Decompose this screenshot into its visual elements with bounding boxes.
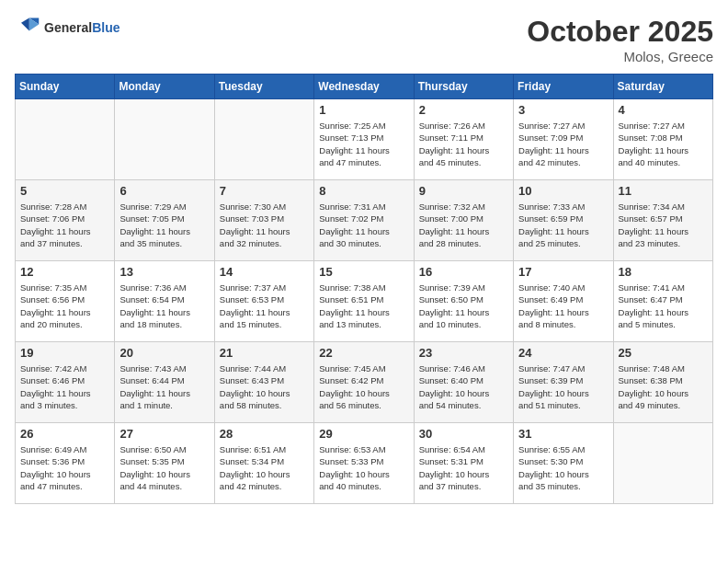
weekday-header-saturday: Saturday: [613, 75, 712, 99]
calendar-cell: 15Sunrise: 7:38 AM Sunset: 6:51 PM Dayli…: [314, 261, 414, 342]
day-number: 17: [518, 265, 608, 279]
day-number: 3: [518, 103, 608, 117]
day-info: Sunrise: 7:26 AM Sunset: 7:11 PM Dayligh…: [419, 120, 508, 168]
day-info: Sunrise: 7:46 AM Sunset: 6:40 PM Dayligh…: [419, 362, 508, 411]
day-info: Sunrise: 6:50 AM Sunset: 5:35 PM Dayligh…: [119, 443, 209, 492]
day-number: 9: [419, 184, 508, 198]
calendar-cell: 14Sunrise: 7:37 AM Sunset: 6:53 PM Dayli…: [214, 261, 313, 342]
day-number: 5: [20, 184, 109, 198]
day-number: 10: [518, 184, 608, 198]
day-info: Sunrise: 7:38 AM Sunset: 6:51 PM Dayligh…: [319, 282, 408, 330]
day-info: Sunrise: 6:49 AM Sunset: 5:36 PM Dayligh…: [20, 443, 109, 492]
day-info: Sunrise: 7:27 AM Sunset: 7:09 PM Dayligh…: [518, 120, 608, 168]
day-number: 6: [119, 184, 209, 198]
day-info: Sunrise: 6:55 AM Sunset: 5:30 PM Dayligh…: [518, 443, 608, 492]
calendar-cell: 27Sunrise: 6:50 AM Sunset: 5:35 PM Dayli…: [115, 423, 214, 504]
calendar-cell: 11Sunrise: 7:34 AM Sunset: 6:57 PM Dayli…: [613, 180, 712, 261]
calendar-table: SundayMondayTuesdayWednesdayThursdayFrid…: [15, 74, 713, 504]
day-info: Sunrise: 7:45 AM Sunset: 6:42 PM Dayligh…: [319, 362, 408, 411]
day-number: 31: [518, 427, 608, 441]
title-block: October 2025 Molos, Greece: [527, 15, 713, 64]
logo: GeneralBlue: [15, 15, 119, 40]
calendar-cell: 9Sunrise: 7:32 AM Sunset: 7:00 PM Daylig…: [414, 180, 513, 261]
weekday-header-monday: Monday: [115, 75, 214, 99]
day-info: Sunrise: 7:35 AM Sunset: 6:56 PM Dayligh…: [20, 282, 109, 330]
calendar-cell: 12Sunrise: 7:35 AM Sunset: 6:56 PM Dayli…: [16, 261, 115, 342]
day-number: 12: [20, 265, 109, 279]
calendar-cell: [613, 423, 712, 504]
calendar-cell: [214, 99, 313, 180]
weekday-header-thursday: Thursday: [414, 75, 513, 99]
calendar-cell: 17Sunrise: 7:40 AM Sunset: 6:49 PM Dayli…: [514, 261, 613, 342]
day-number: 11: [619, 184, 708, 198]
logo-icon: [15, 15, 40, 40]
day-info: Sunrise: 7:29 AM Sunset: 7:05 PM Dayligh…: [119, 201, 209, 249]
day-info: Sunrise: 7:27 AM Sunset: 7:08 PM Dayligh…: [619, 120, 708, 168]
day-info: Sunrise: 7:25 AM Sunset: 7:13 PM Dayligh…: [319, 120, 408, 168]
day-number: 20: [119, 346, 209, 360]
day-number: 8: [319, 184, 408, 198]
week-row-3: 12Sunrise: 7:35 AM Sunset: 6:56 PM Dayli…: [16, 261, 713, 342]
day-info: Sunrise: 7:47 AM Sunset: 6:39 PM Dayligh…: [518, 362, 608, 411]
calendar-cell: 20Sunrise: 7:43 AM Sunset: 6:44 PM Dayli…: [115, 342, 214, 423]
day-info: Sunrise: 7:37 AM Sunset: 6:53 PM Dayligh…: [220, 282, 309, 330]
week-row-2: 5Sunrise: 7:28 AM Sunset: 7:06 PM Daylig…: [16, 180, 713, 261]
calendar-cell: 21Sunrise: 7:44 AM Sunset: 6:43 PM Dayli…: [214, 342, 313, 423]
calendar-cell: 6Sunrise: 7:29 AM Sunset: 7:05 PM Daylig…: [115, 180, 214, 261]
day-info: Sunrise: 6:51 AM Sunset: 5:34 PM Dayligh…: [220, 443, 309, 492]
calendar-cell: 29Sunrise: 6:53 AM Sunset: 5:33 PM Dayli…: [314, 423, 414, 504]
calendar-cell: 2Sunrise: 7:26 AM Sunset: 7:11 PM Daylig…: [414, 99, 513, 180]
weekday-header-friday: Friday: [514, 75, 613, 99]
day-number: 18: [619, 265, 708, 279]
calendar-cell: 4Sunrise: 7:27 AM Sunset: 7:08 PM Daylig…: [613, 99, 712, 180]
calendar-cell: 22Sunrise: 7:45 AM Sunset: 6:42 PM Dayli…: [314, 342, 414, 423]
day-info: Sunrise: 7:43 AM Sunset: 6:44 PM Dayligh…: [119, 362, 209, 411]
month-title: October 2025: [527, 15, 713, 49]
week-row-4: 19Sunrise: 7:42 AM Sunset: 6:46 PM Dayli…: [16, 342, 713, 423]
day-number: 21: [220, 346, 309, 360]
day-number: 4: [619, 103, 708, 117]
calendar-cell: 26Sunrise: 6:49 AM Sunset: 5:36 PM Dayli…: [16, 423, 115, 504]
calendar-cell: 3Sunrise: 7:27 AM Sunset: 7:09 PM Daylig…: [514, 99, 613, 180]
week-row-5: 26Sunrise: 6:49 AM Sunset: 5:36 PM Dayli…: [16, 423, 713, 504]
day-info: Sunrise: 7:34 AM Sunset: 6:57 PM Dayligh…: [619, 201, 708, 249]
day-number: 19: [20, 346, 109, 360]
day-info: Sunrise: 7:44 AM Sunset: 6:43 PM Dayligh…: [220, 362, 309, 411]
day-number: 7: [220, 184, 309, 198]
calendar-cell: 31Sunrise: 6:55 AM Sunset: 5:30 PM Dayli…: [514, 423, 613, 504]
day-info: Sunrise: 7:36 AM Sunset: 6:54 PM Dayligh…: [119, 282, 209, 330]
day-number: 1: [319, 103, 408, 117]
calendar-cell: 5Sunrise: 7:28 AM Sunset: 7:06 PM Daylig…: [16, 180, 115, 261]
calendar-cell: 30Sunrise: 6:54 AM Sunset: 5:31 PM Dayli…: [414, 423, 513, 504]
calendar-cell: 23Sunrise: 7:46 AM Sunset: 6:40 PM Dayli…: [414, 342, 513, 423]
weekday-header-row: SundayMondayTuesdayWednesdayThursdayFrid…: [16, 75, 713, 99]
weekday-header-sunday: Sunday: [16, 75, 115, 99]
day-info: Sunrise: 7:32 AM Sunset: 7:00 PM Dayligh…: [419, 201, 508, 249]
calendar-cell: 18Sunrise: 7:41 AM Sunset: 6:47 PM Dayli…: [613, 261, 712, 342]
day-number: 28: [220, 427, 309, 441]
day-info: Sunrise: 6:53 AM Sunset: 5:33 PM Dayligh…: [319, 443, 408, 492]
page-header: GeneralBlue October 2025 Molos, Greece: [15, 15, 713, 64]
calendar-cell: 19Sunrise: 7:42 AM Sunset: 6:46 PM Dayli…: [16, 342, 115, 423]
calendar-cell: 16Sunrise: 7:39 AM Sunset: 6:50 PM Dayli…: [414, 261, 513, 342]
day-info: Sunrise: 6:54 AM Sunset: 5:31 PM Dayligh…: [419, 443, 508, 492]
calendar-cell: 25Sunrise: 7:48 AM Sunset: 6:38 PM Dayli…: [613, 342, 712, 423]
day-info: Sunrise: 7:31 AM Sunset: 7:02 PM Dayligh…: [319, 201, 408, 249]
logo-text: GeneralBlue: [44, 20, 119, 35]
day-number: 22: [319, 346, 408, 360]
day-info: Sunrise: 7:48 AM Sunset: 6:38 PM Dayligh…: [619, 362, 708, 411]
calendar-cell: 7Sunrise: 7:30 AM Sunset: 7:03 PM Daylig…: [214, 180, 313, 261]
day-info: Sunrise: 7:40 AM Sunset: 6:49 PM Dayligh…: [518, 282, 608, 330]
day-number: 14: [220, 265, 309, 279]
day-number: 2: [419, 103, 508, 117]
weekday-header-tuesday: Tuesday: [214, 75, 313, 99]
weekday-header-wednesday: Wednesday: [314, 75, 414, 99]
day-number: 26: [20, 427, 109, 441]
week-row-1: 1Sunrise: 7:25 AM Sunset: 7:13 PM Daylig…: [16, 99, 713, 180]
calendar-cell: 10Sunrise: 7:33 AM Sunset: 6:59 PM Dayli…: [514, 180, 613, 261]
calendar-cell: 28Sunrise: 6:51 AM Sunset: 5:34 PM Dayli…: [214, 423, 313, 504]
calendar-cell: 1Sunrise: 7:25 AM Sunset: 7:13 PM Daylig…: [314, 99, 414, 180]
day-info: Sunrise: 7:39 AM Sunset: 6:50 PM Dayligh…: [419, 282, 508, 330]
day-number: 16: [419, 265, 508, 279]
location-subtitle: Molos, Greece: [527, 49, 713, 64]
